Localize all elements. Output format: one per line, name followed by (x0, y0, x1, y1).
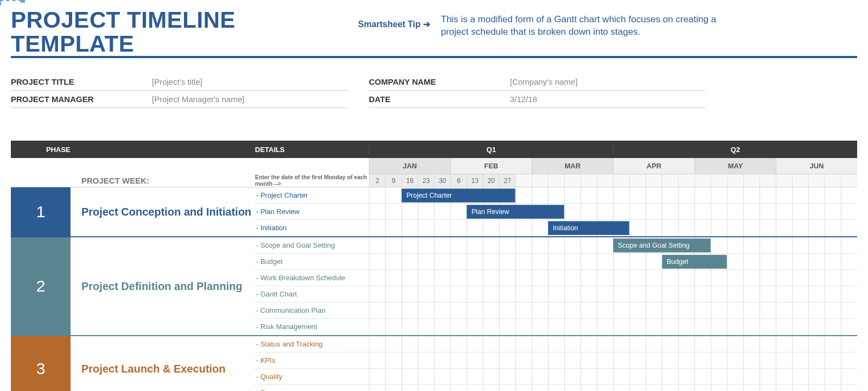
detail-item[interactable]: - Scope and Goal Setting (255, 237, 369, 254)
phase-1-gantt: Project Charter Plan Review Initiation (369, 187, 857, 236)
phase-3: 3 Project Launch & Execution - Status an… (11, 336, 857, 391)
smartsheet-tip-link[interactable]: Smartsheet Tip ➔ (358, 8, 441, 29)
detail-item[interactable]: - Quality (255, 369, 369, 385)
month-feb: FEB (450, 158, 532, 174)
col-header-q2: Q2 (613, 146, 857, 154)
week-cell[interactable] (564, 174, 580, 187)
week-cell[interactable]: 27 (499, 174, 515, 187)
detail-item[interactable]: - Work Breakdown Schedule (255, 270, 369, 286)
meta-value-project-manager[interactable]: [Project Manager's name] (152, 94, 244, 104)
week-cell[interactable] (727, 174, 743, 187)
bar-plan-review[interactable]: Plan Review (467, 205, 564, 219)
col-header-details: DETAILS (255, 146, 369, 154)
timeline-grid: PHASE DETAILS Q1 Q2 JAN FEB MAR APR MAY … (11, 141, 857, 391)
detail-item[interactable]: - Project Charter (255, 187, 369, 204)
month-jun: JUN (776, 158, 857, 174)
phase-3-gantt (369, 336, 857, 391)
phase-2-gantt: Scope and Goal Setting Budget (369, 237, 857, 335)
bar-scope-goal[interactable]: Scope and Goal Setting (613, 238, 711, 253)
phase-2-number: 2 (11, 237, 71, 335)
bar-project-charter[interactable]: Project Charter (401, 188, 515, 203)
week-cell[interactable] (743, 174, 760, 187)
week-cell[interactable]: 16 (401, 174, 418, 187)
week-cell[interactable] (548, 174, 564, 187)
phase-1-name: Project Conception and Initiation (71, 187, 255, 236)
week-cell[interactable] (646, 174, 662, 187)
meta-value-project-title[interactable]: [Project's title] (152, 77, 202, 86)
week-cell[interactable] (792, 174, 808, 187)
week-cell[interactable] (678, 174, 694, 187)
week-cell[interactable]: 20 (483, 174, 499, 187)
selection-corner-marker (0, 0, 22, 5)
week-cell[interactable] (629, 174, 646, 187)
detail-item[interactable]: - Plan Review (255, 204, 369, 220)
detail-item[interactable]: - Risk Management (255, 319, 369, 335)
week-cell[interactable]: 23 (418, 174, 434, 187)
phase-2-details: - Scope and Goal Setting - Budget - Work… (255, 237, 369, 335)
week-cell[interactable]: 30 (434, 174, 450, 187)
header-bar: PROJECT TIMELINE TEMPLATE Smartsheet Tip… (11, 8, 857, 58)
details-hint: Enter the date of the first Monday of ea… (255, 174, 369, 187)
detail-item[interactable]: - Forecasts (255, 385, 369, 391)
detail-item[interactable]: - Status and Tracking (255, 336, 369, 352)
week-cell[interactable] (841, 174, 857, 187)
week-cell[interactable] (825, 174, 841, 187)
meta-label-project-manager: PROJECT MANAGER (11, 94, 152, 104)
month-mar: MAR (532, 158, 613, 174)
week-cell[interactable]: 2 (369, 174, 385, 187)
smartsheet-tip-text: This is a modified form of a Gantt chart… (441, 8, 723, 39)
meta-label-company-name: COMPANY NAME (369, 77, 510, 86)
detail-item[interactable]: - KPIs (255, 352, 369, 369)
detail-item[interactable]: - Communication Plan (255, 302, 369, 319)
project-week-label: PROJECT WEEK: (11, 174, 255, 187)
week-cell[interactable] (532, 174, 548, 187)
phase-3-name: Project Launch & Execution (71, 336, 255, 391)
detail-item[interactable]: - Gantt Chart (255, 286, 369, 302)
week-cell[interactable] (597, 174, 613, 187)
week-cell[interactable]: 9 (385, 174, 401, 187)
month-apr: APR (613, 158, 694, 174)
col-header-q1: Q1 (369, 146, 613, 154)
bar-budget[interactable]: Budget (662, 255, 727, 269)
week-cell[interactable] (776, 174, 792, 187)
week-cell[interactable] (662, 174, 678, 187)
month-may: MAY (694, 158, 776, 174)
week-cell[interactable] (808, 174, 825, 187)
phase-2: 2 Project Definition and Planning - Scop… (11, 237, 857, 336)
week-cell[interactable] (515, 174, 532, 187)
timeline-header: PHASE DETAILS Q1 Q2 (11, 141, 857, 158)
week-cell[interactable]: 6 (450, 174, 467, 187)
meta-value-company-name[interactable]: [Company's name] (510, 77, 578, 86)
week-cell[interactable] (580, 174, 597, 187)
phase-2-name: Project Definition and Planning (71, 237, 255, 335)
week-cell[interactable] (613, 174, 629, 187)
timeline-months: JAN FEB MAR APR MAY JUN (11, 158, 857, 174)
meta-value-date[interactable]: 3/12/18 (510, 94, 537, 104)
phase-3-details: - Status and Tracking - KPIs - Quality -… (255, 336, 369, 391)
meta-label-project-title: PROJECT TITLE (11, 77, 152, 86)
detail-item[interactable]: - Budget (255, 254, 369, 270)
week-cell[interactable] (760, 174, 776, 187)
page-title: PROJECT TIMELINE TEMPLATE (11, 8, 358, 56)
week-cell[interactable] (711, 174, 727, 187)
timeline-weeks: PROJECT WEEK: Enter the date of the firs… (11, 174, 857, 187)
month-jan: JAN (369, 158, 450, 174)
phase-1-number: 1 (11, 187, 71, 236)
meta-label-date: DATE (369, 94, 510, 104)
phase-3-number: 3 (11, 336, 71, 391)
bar-initiation[interactable]: Initiation (548, 221, 629, 235)
detail-item[interactable]: - Initiation (255, 220, 369, 236)
phase-1-details: - Project Charter - Plan Review - Initia… (255, 187, 369, 236)
phase-1: 1 Project Conception and Initiation - Pr… (11, 187, 857, 237)
week-cell[interactable]: 13 (467, 174, 483, 187)
week-cell[interactable] (694, 174, 711, 187)
col-header-phase: PHASE (33, 146, 217, 154)
project-meta: PROJECT TITLE [Project's title] PROJECT … (11, 73, 857, 108)
